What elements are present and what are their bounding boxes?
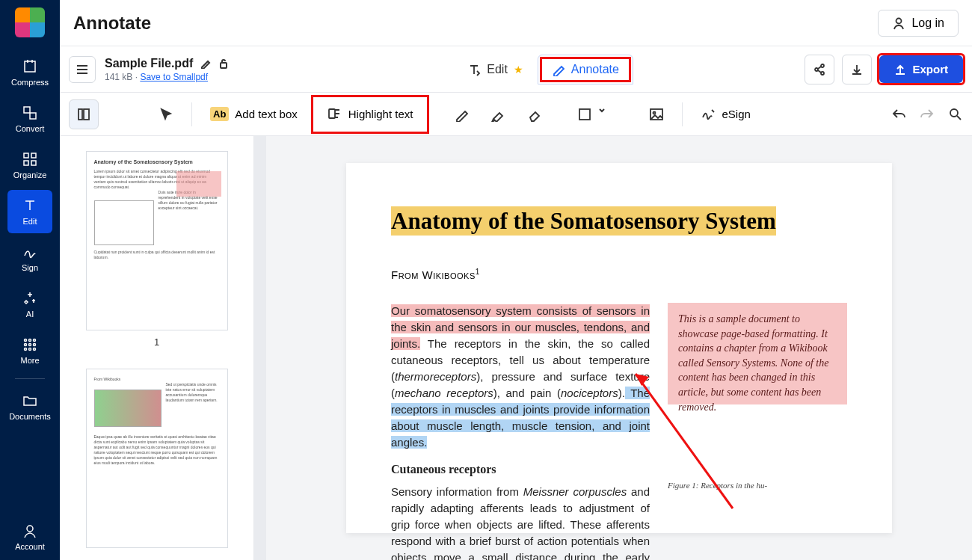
body-text: ), and pain ( bbox=[493, 387, 561, 399]
redo-icon[interactable] bbox=[920, 107, 935, 122]
side-note-box: This is a sample document to showcase pa… bbox=[668, 303, 847, 404]
svg-point-10 bbox=[25, 344, 27, 346]
save-link[interactable]: Save to Smallpdf bbox=[140, 72, 208, 82]
figure-caption: Figure 1: Receptors in the hu- bbox=[668, 481, 847, 490]
svg-rect-23 bbox=[84, 109, 89, 120]
svg-point-19 bbox=[815, 68, 818, 71]
chevron-down-icon bbox=[598, 107, 613, 122]
image-tool[interactable] bbox=[640, 101, 673, 128]
square-icon bbox=[577, 107, 592, 122]
nav-organize[interactable]: Organize bbox=[7, 144, 52, 187]
smallpdf-logo[interactable] bbox=[15, 7, 45, 37]
pencil-icon[interactable] bbox=[200, 58, 211, 69]
nav-label: Compress bbox=[11, 78, 49, 87]
nav-label: Convert bbox=[16, 124, 45, 133]
document-title: Anatomy of the Somatosensory System bbox=[391, 206, 776, 236]
marker-icon bbox=[490, 107, 505, 122]
svg-point-13 bbox=[25, 348, 27, 351]
term: Meissner corpuscles bbox=[523, 485, 627, 498]
esign-tool[interactable]: eSign bbox=[692, 101, 759, 128]
nav-sign[interactable]: Sign bbox=[7, 236, 52, 280]
eraser-icon bbox=[526, 107, 541, 122]
thumbnail-view-button[interactable] bbox=[69, 99, 99, 129]
compress-icon bbox=[22, 58, 38, 75]
svg-point-17 bbox=[896, 18, 902, 23]
thumb-text: Cupidatat non proident sunt in culpa qui… bbox=[94, 250, 220, 260]
top-header: Annotate Log in bbox=[60, 0, 972, 46]
nav-compress[interactable]: Compress bbox=[7, 51, 52, 94]
body-column: Our somatosensory system consists of sen… bbox=[391, 303, 650, 560]
share-button[interactable] bbox=[805, 55, 834, 84]
signature-icon bbox=[701, 107, 716, 122]
thumb-figure bbox=[94, 200, 154, 245]
nav-documents[interactable]: Documents bbox=[7, 385, 52, 428]
toolbar-history bbox=[891, 107, 963, 122]
add-text-label: Add text box bbox=[235, 108, 297, 120]
nav-edit[interactable]: Edit bbox=[7, 190, 52, 233]
svg-point-27 bbox=[653, 111, 656, 114]
term: thermoreceptors bbox=[395, 370, 476, 383]
nav-label: Account bbox=[15, 542, 45, 551]
star-icon: ★ bbox=[514, 64, 523, 76]
undo-icon[interactable] bbox=[891, 107, 906, 122]
svg-rect-5 bbox=[24, 161, 28, 165]
svg-rect-1 bbox=[24, 107, 30, 113]
page-title: Annotate bbox=[73, 13, 151, 34]
thumbnail-pane[interactable]: Anatomy of the Somatosensory System Lore… bbox=[60, 136, 254, 560]
page-thumbnail-1[interactable]: Anatomy of the Somatosensory System Lore… bbox=[86, 151, 228, 330]
login-label: Log in bbox=[911, 16, 944, 30]
svg-point-28 bbox=[950, 109, 958, 117]
user-icon bbox=[22, 523, 38, 539]
mode-edit-label: Edit bbox=[487, 63, 508, 76]
highlighter-pen-tool[interactable] bbox=[482, 101, 514, 128]
svg-point-20 bbox=[821, 64, 824, 67]
nav-account[interactable]: Account bbox=[7, 515, 52, 559]
workspace: Anatomy of the Somatosensory System Lore… bbox=[60, 136, 972, 560]
thumb-annotation bbox=[176, 171, 221, 197]
page-thumbnail-2[interactable]: From Wikibooks Sed ut perspiciatis unde … bbox=[86, 369, 228, 548]
add-text-tool[interactable]: Ab Add text box bbox=[201, 101, 307, 127]
nav-convert[interactable]: Convert bbox=[7, 97, 52, 141]
shape-tool[interactable] bbox=[568, 101, 622, 128]
nav-label: More bbox=[20, 356, 39, 365]
nav-label: Documents bbox=[9, 412, 51, 421]
select-tool[interactable] bbox=[150, 101, 182, 128]
organize-icon bbox=[22, 151, 38, 167]
document-source: From Wikibooks1 bbox=[391, 268, 847, 282]
nav-label: Edit bbox=[23, 217, 37, 226]
separator bbox=[682, 102, 683, 126]
thumb-text: Eaque ipsa quae ab illo inventore verita… bbox=[94, 434, 220, 466]
highlight-icon bbox=[327, 107, 342, 122]
mode-annotate-tab[interactable]: Annotate bbox=[538, 55, 633, 84]
sign-icon bbox=[22, 244, 38, 260]
lock-open-icon[interactable] bbox=[218, 58, 229, 69]
search-icon[interactable] bbox=[948, 107, 963, 122]
thumb-text: Duis aute irure dolor in reprehenderit i… bbox=[159, 190, 218, 250]
body-text: ). bbox=[618, 387, 625, 399]
export-button[interactable]: Export bbox=[879, 55, 963, 83]
draw-pencil-tool[interactable] bbox=[446, 101, 479, 128]
sparkle-icon bbox=[22, 290, 38, 307]
mode-tabs: Edit ★ Annotate bbox=[453, 55, 633, 84]
term: nociceptors bbox=[561, 387, 618, 399]
thumb-title: Anatomy of the Somatosensory System bbox=[94, 159, 220, 164]
download-button[interactable] bbox=[842, 55, 872, 84]
user-icon bbox=[892, 16, 905, 30]
left-sidebar: Compress Convert Organize Edit Sign AI M… bbox=[0, 0, 60, 560]
svg-rect-4 bbox=[31, 153, 36, 158]
eraser-tool[interactable] bbox=[517, 101, 550, 128]
nav-ai[interactable]: AI bbox=[7, 283, 52, 326]
svg-point-7 bbox=[25, 339, 27, 342]
mode-edit-tab[interactable]: Edit ★ bbox=[453, 55, 538, 84]
scrollbar[interactable] bbox=[254, 136, 266, 560]
nav-more[interactable]: More bbox=[7, 329, 52, 372]
hamburger-button[interactable] bbox=[69, 56, 96, 83]
convert-icon bbox=[22, 105, 38, 121]
svg-point-16 bbox=[27, 526, 33, 532]
pdf-page: Anatomy of the Somatosensory System From… bbox=[346, 163, 892, 533]
folder-icon bbox=[22, 393, 38, 409]
highlight-text-tool[interactable]: Highlight text bbox=[319, 101, 422, 128]
file-info: Sample File.pdf 141 kB · Save to Smallpd… bbox=[105, 57, 229, 82]
login-button[interactable]: Log in bbox=[878, 10, 959, 37]
document-canvas[interactable]: Anatomy of the Somatosensory System From… bbox=[266, 136, 972, 560]
